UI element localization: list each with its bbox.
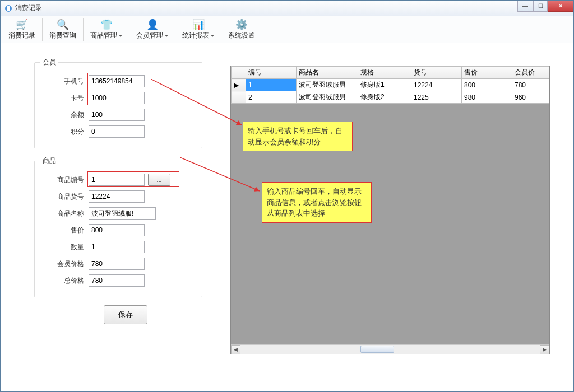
cell[interactable]: 波司登羽绒服男 [297,91,358,104]
cell[interactable]: 修身版2 [358,91,411,104]
col-sku[interactable]: 货号 [411,67,462,79]
svg-rect-1 [7,6,10,11]
cell[interactable]: 780 [512,79,549,91]
sku-label: 商品货号 [40,192,89,202]
maximize-button[interactable]: ☐ [533,1,548,12]
col-spec[interactable]: 规格 [358,67,411,79]
cell[interactable]: 1 [246,79,297,91]
window-title: 消费记录 [15,3,42,13]
app-icon [4,4,13,13]
scroll-left-arrow-icon[interactable]: ◀ [231,345,240,354]
toolbar-system-settings[interactable]: ⚙️系统设置 [223,17,261,42]
member-price-label: 会员价格 [40,259,89,269]
col-price[interactable]: 售价 [462,67,512,79]
name-label: 商品名称 [40,209,89,218]
toolbar-product-manage[interactable]: 👕商品管理 [85,17,128,42]
callout-member: 输入手机号或卡号回车后，自动显示会员余额和积分 [243,122,353,151]
sku-input[interactable] [89,190,145,203]
grid-row[interactable]: ▶ 1 波司登羽绒服男 修身版1 12224 800 780 [232,79,549,91]
price-label: 售价 [40,226,89,235]
toolbar-member-manage[interactable]: 👤会员管理 [131,17,174,42]
points-label: 积分 [40,127,89,137]
cell[interactable]: 修身版1 [358,79,411,91]
member-group: 会员 手机号 卡号 余额 积分 [34,58,202,148]
search-icon: 🔍 [57,18,69,31]
col-member-price[interactable]: 会员价 [512,67,549,79]
name-input[interactable] [89,207,156,220]
cell[interactable]: 波司登羽绒服男 [297,79,358,91]
toolbar-separator [221,18,221,41]
close-button[interactable]: ✕ [548,1,573,12]
phone-label: 手机号 [40,77,89,86]
card-input[interactable] [89,92,145,104]
chart-icon: 📊 [192,18,205,31]
balance-input[interactable] [89,109,145,121]
code-label: 商品编号 [40,175,89,185]
scroll-thumb[interactable] [360,346,394,353]
row-pointer[interactable] [232,91,246,104]
shirt-icon: 👕 [100,18,113,31]
gear-icon: ⚙️ [235,18,248,31]
app-window: 消费记录 — ☐ ✕ 🛒消费记录 🔍消费查询 👕商品管理 👤会员管理 📊统计报表… [0,0,574,392]
toolbar: 🛒消费记录 🔍消费查询 👕商品管理 👤会员管理 📊统计报表 ⚙️系统设置 [1,16,573,43]
toolbar-separator [83,18,84,41]
cart-icon: 🛒 [16,18,28,31]
scroll-right-arrow-icon[interactable]: ▶ [540,345,549,354]
toolbar-separator [129,18,129,41]
scroll-track[interactable] [240,345,540,354]
toolbar-separator [42,18,43,41]
save-button[interactable]: 保存 [104,305,147,324]
cell[interactable]: 2 [246,91,297,104]
total-input[interactable] [89,274,145,287]
member-legend: 会员 [40,58,58,67]
grid-header-row: 编号 商品名 规格 货号 售价 会员价 [232,67,549,79]
qty-label: 数量 [40,242,89,252]
browse-button[interactable]: ... [148,174,170,186]
member-price-input[interactable] [89,258,145,270]
toolbar-report[interactable]: 📊统计报表 [177,17,220,42]
toolbar-consume-query[interactable]: 🔍消费查询 [44,17,82,42]
col-name[interactable]: 商品名 [297,67,358,79]
cell[interactable]: 1225 [411,91,462,104]
row-pointer[interactable]: ▶ [232,79,246,91]
toolbar-consume-record[interactable]: 🛒消费记录 [3,17,41,42]
user-icon: 👤 [146,18,159,31]
balance-label: 余额 [40,110,89,120]
titlebar[interactable]: 消费记录 — ☐ ✕ [1,1,573,16]
horizontal-scrollbar[interactable]: ◀ ▶ [231,344,549,354]
qty-input[interactable] [89,241,145,253]
total-label: 总价格 [40,276,89,286]
cell[interactable]: 12224 [411,79,462,91]
phone-input[interactable] [89,75,145,87]
toolbar-separator [175,18,175,41]
cell[interactable]: 960 [512,91,549,104]
grid-table: 编号 商品名 规格 货号 售价 会员价 ▶ 1 波司登羽绒服男 修身版1 122… [231,66,549,104]
left-form-pane: 会员 手机号 卡号 余额 积分 商品 商品编号... 商品货号 商品名称 售价 … [34,58,202,324]
content-area: 会员 手机号 卡号 余额 积分 商品 商品编号... 商品货号 商品名称 售价 … [1,43,573,391]
card-label: 卡号 [40,94,89,103]
grid-row[interactable]: 2 波司登羽绒服男 修身版2 1225 980 960 [232,91,549,104]
callout-product: 输入商品编号回车，自动显示商品信息，或者点击浏览按钮从商品列表中选择 [262,182,372,223]
cell[interactable]: 800 [462,79,512,91]
cell[interactable]: 980 [462,91,512,104]
window-controls: — ☐ ✕ [517,1,573,12]
points-input[interactable] [89,125,145,138]
product-group: 商品 商品编号... 商品货号 商品名称 售价 数量 会员价格 总价格 [34,156,202,297]
col-id[interactable]: 编号 [246,67,297,79]
product-legend: 商品 [40,156,58,166]
minimize-button[interactable]: — [517,1,533,12]
code-input[interactable] [89,174,145,186]
grid-corner[interactable] [232,67,246,79]
price-input[interactable] [89,224,145,236]
